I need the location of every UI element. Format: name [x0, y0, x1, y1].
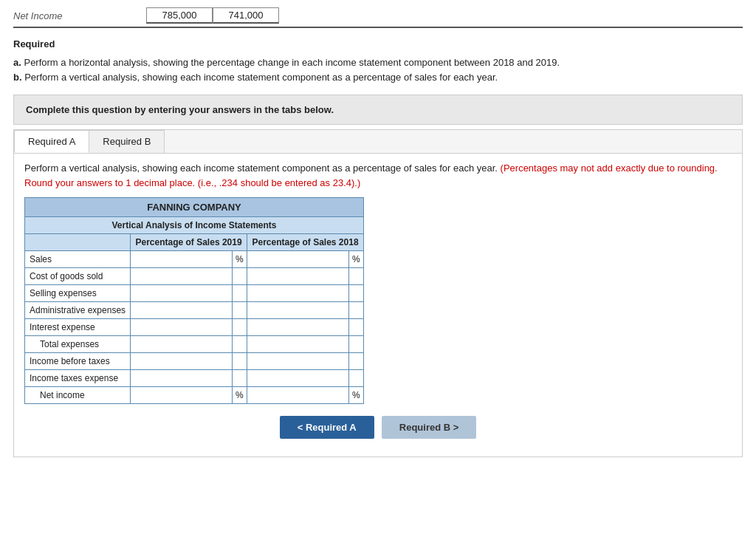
row-label-1: Cost of goods sold: [25, 268, 131, 285]
tab-required-a[interactable]: Required A: [14, 130, 89, 153]
row-label-3: Administrative expenses: [25, 302, 131, 319]
pct-sign-2018-8: %: [349, 389, 363, 402]
pct-2018-6: [349, 353, 364, 370]
instruction-a-label: a.: [13, 57, 21, 68]
input-field-2019-0[interactable]: [131, 251, 232, 267]
row-label-0: Sales: [25, 251, 131, 268]
pct-2018-1: [349, 268, 364, 285]
table-row: Total expenses: [25, 336, 364, 353]
pct-2019-0: %: [233, 251, 247, 268]
pct-2019-6: [233, 353, 247, 370]
input-field-2018-2[interactable]: [247, 285, 348, 301]
pct-sign-2019-0: %: [233, 253, 247, 266]
input-field-2018-1[interactable]: [247, 268, 348, 284]
net-income-top-label: Net Income: [13, 10, 146, 21]
pct-2019-4: [233, 319, 247, 336]
pct-2018-7: [349, 370, 364, 387]
input-2018-6[interactable]: [247, 353, 349, 370]
input-field-2019-6[interactable]: [131, 353, 232, 369]
table-row-header-empty: [25, 234, 131, 251]
input-field-2018-4[interactable]: [247, 319, 348, 335]
table-col-header-2019: Percentage of Sales 2019: [131, 234, 247, 251]
input-field-2019-1[interactable]: [131, 268, 232, 284]
input-field-2018-8[interactable]: [247, 387, 348, 403]
net-income-value-2: 741,000: [213, 7, 279, 24]
tab-required-b[interactable]: Required B: [89, 130, 165, 153]
input-2019-4[interactable]: [131, 319, 233, 336]
input-2018-8[interactable]: [247, 387, 349, 404]
prev-button[interactable]: < Required A: [280, 416, 374, 439]
input-2018-5[interactable]: [247, 336, 349, 353]
table-row: Administrative expenses: [25, 302, 364, 319]
row-label-5: Total expenses: [25, 336, 131, 353]
next-button[interactable]: Required B >: [382, 416, 477, 439]
description-main: Perform a vertical analysis, showing eac…: [24, 163, 498, 174]
pct-2019-2: [233, 285, 247, 302]
input-field-2019-2[interactable]: [131, 285, 232, 301]
input-2018-1[interactable]: [247, 268, 349, 285]
analysis-table-wrapper: FANNING COMPANY Vertical Analysis of Inc…: [24, 197, 732, 404]
input-2018-3[interactable]: [247, 302, 349, 319]
input-2019-7[interactable]: [131, 370, 233, 387]
row-label-8: Net income: [25, 387, 131, 404]
bottom-nav: < Required A Required B >: [24, 416, 732, 446]
input-2018-2[interactable]: [247, 285, 349, 302]
pct-2019-7: [233, 370, 247, 387]
row-label-6: Income before taxes: [25, 353, 131, 370]
input-field-2019-5[interactable]: [131, 336, 232, 352]
table-company-name: FANNING COMPANY: [25, 198, 364, 217]
row-label-7: Income taxes expense: [25, 370, 131, 387]
table-row: Net income%%: [25, 387, 364, 404]
pct-2018-4: [349, 319, 364, 336]
input-field-2019-8[interactable]: [131, 387, 232, 403]
input-field-2019-3[interactable]: [131, 302, 232, 318]
table-col-header-2018: Percentage of Sales 2018: [247, 234, 364, 251]
input-field-2018-6[interactable]: [247, 353, 348, 369]
pct-sign-2019-8: %: [233, 389, 247, 402]
pct-sign-2018-0: %: [349, 253, 363, 266]
input-2019-1[interactable]: [131, 268, 233, 285]
tab-description: Perform a vertical analysis, showing eac…: [24, 161, 732, 190]
input-2018-7[interactable]: [247, 370, 349, 387]
table-row: Sales%%: [25, 251, 364, 268]
table-row: Cost of goods sold: [25, 268, 364, 285]
table-row: Interest expense: [25, 319, 364, 336]
input-2019-3[interactable]: [131, 302, 233, 319]
pct-2019-8: %: [233, 387, 247, 404]
row-label-2: Selling expenses: [25, 285, 131, 302]
input-2018-0[interactable]: [247, 251, 349, 268]
pct-2019-1: [233, 268, 247, 285]
input-field-2018-7[interactable]: [247, 370, 348, 386]
input-2019-6[interactable]: [131, 353, 233, 370]
instruction-b-label: b.: [13, 72, 22, 83]
input-field-2019-4[interactable]: [131, 319, 232, 335]
table-subtitle: Vertical Analysis of Income Statements: [25, 217, 364, 234]
required-heading: Required: [13, 38, 743, 49]
pct-2018-8: %: [349, 387, 364, 404]
input-2018-4[interactable]: [247, 319, 349, 336]
input-2019-0[interactable]: [131, 251, 233, 268]
tab-content: Perform a vertical analysis, showing eac…: [14, 154, 742, 456]
analysis-table: FANNING COMPANY Vertical Analysis of Inc…: [24, 197, 364, 404]
instructions: a. Perform a horizontal analysis, showin…: [13, 55, 743, 84]
pct-2019-5: [233, 336, 247, 353]
instruction-b-text: Perform a vertical analysis, showing eac…: [22, 72, 498, 83]
input-2019-2[interactable]: [131, 285, 233, 302]
pct-2018-5: [349, 336, 364, 353]
pct-2018-2: [349, 285, 364, 302]
input-field-2018-5[interactable]: [247, 336, 348, 352]
table-row: Selling expenses: [25, 285, 364, 302]
complete-box: Complete this question by entering your …: [13, 95, 743, 125]
input-field-2018-3[interactable]: [247, 302, 348, 318]
input-2019-8[interactable]: [131, 387, 233, 404]
pct-2018-3: [349, 302, 364, 319]
row-label-4: Interest expense: [25, 319, 131, 336]
input-2019-5[interactable]: [131, 336, 233, 353]
net-income-value-1: 785,000: [146, 7, 213, 24]
pct-2018-0: %: [349, 251, 364, 268]
input-field-2019-7[interactable]: [131, 370, 232, 386]
pct-2019-3: [233, 302, 247, 319]
table-row: Income taxes expense: [25, 370, 364, 387]
input-field-2018-0[interactable]: [247, 251, 348, 267]
table-row: Income before taxes: [25, 353, 364, 370]
